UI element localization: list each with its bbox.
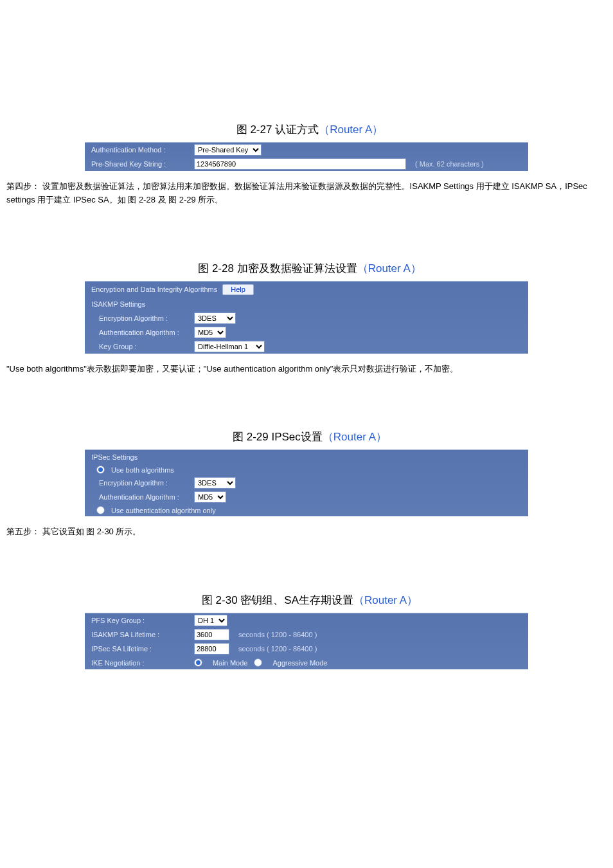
fig30-heading-paren: （Router A） (353, 594, 418, 606)
fig28-heading: 图 2-28 加密及数据验证算法设置（Router A） (6, 261, 613, 276)
isakmp-panel: Encryption and Data Integrity Algorithms… (85, 281, 528, 354)
fig28-heading-text: 图 2-28 加密及数据验证算法设置 (198, 262, 357, 275)
fig28-heading-paren: （Router A） (357, 262, 422, 275)
lifetime-panel: PFS Key Group : DH 1 ISAKMP SA Lifetime … (85, 613, 528, 669)
fig27-para: 第四步： 设置加密及数据验证算法，加密算法用来加密数据。数据验证算法用来验证数据… (6, 180, 607, 207)
ipsec-life-hint: seconds ( 1200 - 86400 ) (238, 645, 317, 653)
auth-method-label: Authentication Method : (91, 146, 194, 154)
ipsec-auth-select[interactable]: MD5 (194, 491, 226, 503)
enc-integrity-label: Encryption and Data Integrity Algorithms (91, 285, 217, 293)
fig29-heading-text: 图 2-29 IPSec设置 (233, 431, 323, 443)
fig27-heading-text: 图 2-27 认证方式 (236, 123, 319, 136)
use-auth-only-radio-row[interactable]: Use authentication algorithm only (85, 504, 528, 516)
isakmp-auth-select[interactable]: MD5 (194, 327, 226, 338)
isakmp-life-label: ISAKMP SA Lifetime : (91, 631, 194, 638)
isakmp-keygrp-select[interactable]: Diffie-Hellman 1 (194, 341, 265, 352)
fig30-heading: 图 2-30 密钥组、SA生存期设置（Router A） (6, 593, 613, 608)
fig27-heading-paren: （Router A） (319, 123, 383, 136)
isakmp-auth-label: Authentication Algorithm : (91, 329, 194, 336)
fig28-para: "Use both algorithms"表示数据即要加密，又要认证；"Use … (6, 363, 607, 376)
use-both-label: Use both algorithms (111, 466, 174, 474)
ipsec-panel: IPSec Settings Use both algorithms Encry… (85, 449, 528, 516)
ipsec-life-input[interactable] (194, 643, 229, 655)
pfs-label: PFS Key Group : (91, 617, 194, 624)
fig29-heading-paren: （Router A） (323, 431, 387, 443)
ipsec-auth-label: Authentication Algorithm : (91, 493, 194, 501)
ipsec-life-label: IPSec SA Lifetime : (91, 645, 194, 653)
isakmp-enc-select[interactable]: 3DES (194, 312, 236, 324)
fig29-para: 第五步： 其它设置如 图 2-30 所示。 (6, 525, 607, 539)
ipsec-settings-header: IPSec Settings (91, 453, 138, 461)
isakmp-life-input[interactable] (194, 629, 229, 640)
fig29-heading: 图 2-29 IPSec设置（Router A） (6, 429, 613, 444)
auth-method-panel: Authentication Method : Pre-Shared Key P… (85, 142, 528, 171)
ike-label: IKE Negotiation : (91, 659, 194, 667)
fig30-heading-text: 图 2-30 密钥组、SA生存期设置 (202, 594, 353, 606)
psk-label: Pre-Shared Key String : (91, 160, 194, 168)
ipsec-enc-select[interactable]: 3DES (194, 477, 236, 489)
isakmp-life-hint: seconds ( 1200 - 86400 ) (238, 631, 317, 638)
pfs-select[interactable]: DH 1 (194, 615, 227, 626)
ike-aggr-label: Aggressive Mode (272, 659, 327, 667)
isakmp-settings-header: ISAKMP Settings (91, 300, 145, 308)
use-both-radio[interactable] (96, 466, 105, 474)
isakmp-enc-label: Encryption Algorithm : (91, 314, 194, 322)
isakmp-keygrp-label: Key Group : (91, 343, 194, 350)
help-button[interactable]: Help (222, 284, 254, 295)
ike-main-label: Main Mode (213, 659, 247, 667)
auth-method-select[interactable]: Pre-Shared Key (194, 144, 262, 156)
use-auth-only-label: Use authentication algorithm only (111, 507, 216, 514)
ipsec-enc-label: Encryption Algorithm : (91, 479, 194, 487)
fig27-heading: 图 2-27 认证方式（Router A） (6, 122, 613, 137)
use-auth-only-radio[interactable] (96, 506, 105, 514)
ike-aggr-radio[interactable] (254, 658, 262, 667)
psk-hint: ( Max. 62 characters ) (415, 160, 484, 168)
ike-main-radio[interactable] (194, 658, 202, 667)
psk-input[interactable] (194, 158, 406, 170)
use-both-radio-row[interactable]: Use both algorithms (85, 464, 528, 476)
